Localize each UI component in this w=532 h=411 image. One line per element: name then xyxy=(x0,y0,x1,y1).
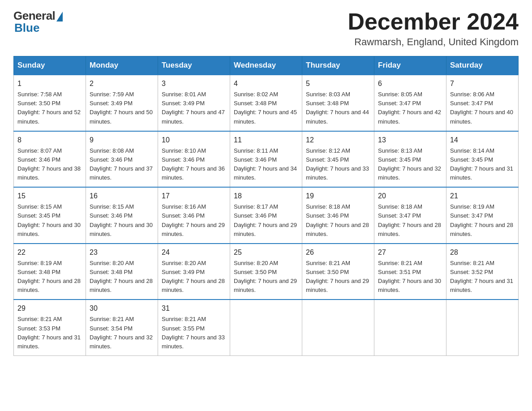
day-info: Sunrise: 8:18 AMSunset: 3:47 PMDaylight:… xyxy=(378,203,441,237)
day-info: Sunrise: 8:05 AMSunset: 3:47 PMDaylight:… xyxy=(378,91,441,124)
day-info: Sunrise: 8:20 AMSunset: 3:48 PMDaylight:… xyxy=(90,260,153,293)
calendar-day-cell: 3Sunrise: 8:01 AMSunset: 3:49 PMDaylight… xyxy=(158,75,230,131)
day-info: Sunrise: 8:20 AMSunset: 3:50 PMDaylight:… xyxy=(234,260,297,293)
day-number: 1 xyxy=(17,78,82,89)
day-number: 6 xyxy=(378,78,442,89)
logo: General Blue xyxy=(13,9,63,35)
calendar-day-cell: 21Sunrise: 8:19 AMSunset: 3:47 PMDayligh… xyxy=(446,187,519,244)
day-info: Sunrise: 8:20 AMSunset: 3:49 PMDaylight:… xyxy=(162,260,225,293)
calendar-day-cell: 19Sunrise: 8:18 AMSunset: 3:46 PMDayligh… xyxy=(302,187,374,244)
calendar-day-cell: 13Sunrise: 8:13 AMSunset: 3:45 PMDayligh… xyxy=(374,131,446,188)
day-info: Sunrise: 8:21 AMSunset: 3:54 PMDaylight:… xyxy=(90,316,153,349)
calendar-week-row: 15Sunrise: 8:15 AMSunset: 3:45 PMDayligh… xyxy=(14,187,519,244)
calendar-day-cell: 8Sunrise: 8:07 AMSunset: 3:46 PMDaylight… xyxy=(14,131,86,188)
day-info: Sunrise: 8:12 AMSunset: 3:45 PMDaylight:… xyxy=(306,147,369,181)
day-number: 17 xyxy=(162,191,226,201)
calendar-day-cell: 9Sunrise: 8:08 AMSunset: 3:46 PMDaylight… xyxy=(86,131,158,188)
page-header: General Blue December 2024 Rawmarsh, Eng… xyxy=(13,9,519,48)
calendar-day-cell: 25Sunrise: 8:20 AMSunset: 3:50 PMDayligh… xyxy=(230,244,302,300)
day-number: 25 xyxy=(234,247,298,258)
day-info: Sunrise: 8:15 AMSunset: 3:46 PMDaylight:… xyxy=(90,203,153,237)
day-info: Sunrise: 8:18 AMSunset: 3:46 PMDaylight:… xyxy=(306,203,369,237)
day-info: Sunrise: 8:19 AMSunset: 3:48 PMDaylight:… xyxy=(17,260,81,293)
day-number: 29 xyxy=(17,303,82,314)
calendar-week-row: 1Sunrise: 7:58 AMSunset: 3:50 PMDaylight… xyxy=(14,75,519,131)
calendar-day-cell: 1Sunrise: 7:58 AMSunset: 3:50 PMDaylight… xyxy=(14,75,86,131)
calendar-day-cell: 11Sunrise: 8:11 AMSunset: 3:46 PMDayligh… xyxy=(230,131,302,188)
calendar-day-cell: 29Sunrise: 8:21 AMSunset: 3:53 PMDayligh… xyxy=(14,300,86,355)
calendar-day-cell: 30Sunrise: 8:21 AMSunset: 3:54 PMDayligh… xyxy=(86,300,158,355)
calendar-header-row: SundayMondayTuesdayWednesdayThursdayFrid… xyxy=(14,56,519,75)
day-number: 3 xyxy=(162,78,226,89)
calendar-day-cell: 22Sunrise: 8:19 AMSunset: 3:48 PMDayligh… xyxy=(14,244,86,300)
day-number: 22 xyxy=(17,247,82,258)
calendar-empty-cell xyxy=(230,300,302,355)
day-info: Sunrise: 8:03 AMSunset: 3:48 PMDaylight:… xyxy=(306,91,369,124)
day-number: 11 xyxy=(234,135,298,146)
calendar-week-row: 29Sunrise: 8:21 AMSunset: 3:53 PMDayligh… xyxy=(14,300,519,355)
calendar-day-cell: 26Sunrise: 8:21 AMSunset: 3:50 PMDayligh… xyxy=(302,244,374,300)
day-info: Sunrise: 8:19 AMSunset: 3:47 PMDaylight:… xyxy=(450,203,513,237)
day-info: Sunrise: 8:21 AMSunset: 3:52 PMDaylight:… xyxy=(450,260,513,293)
day-number: 14 xyxy=(450,135,515,146)
col-header-wednesday: Wednesday xyxy=(230,56,302,75)
day-number: 8 xyxy=(17,135,82,146)
day-number: 13 xyxy=(378,135,442,146)
day-info: Sunrise: 8:14 AMSunset: 3:45 PMDaylight:… xyxy=(450,147,513,181)
day-number: 10 xyxy=(162,135,226,146)
day-info: Sunrise: 8:21 AMSunset: 3:53 PMDaylight:… xyxy=(17,316,81,349)
calendar-day-cell: 28Sunrise: 8:21 AMSunset: 3:52 PMDayligh… xyxy=(446,244,519,300)
day-number: 5 xyxy=(306,78,370,89)
calendar-day-cell: 2Sunrise: 7:59 AMSunset: 3:49 PMDaylight… xyxy=(86,75,158,131)
day-number: 28 xyxy=(450,247,515,258)
day-info: Sunrise: 8:17 AMSunset: 3:46 PMDaylight:… xyxy=(234,203,297,237)
calendar-day-cell: 17Sunrise: 8:16 AMSunset: 3:46 PMDayligh… xyxy=(158,187,230,244)
day-number: 23 xyxy=(90,247,154,258)
day-number: 2 xyxy=(90,78,154,89)
col-header-tuesday: Tuesday xyxy=(158,56,230,75)
calendar-week-row: 22Sunrise: 8:19 AMSunset: 3:48 PMDayligh… xyxy=(14,244,519,300)
calendar-day-cell: 6Sunrise: 8:05 AMSunset: 3:47 PMDaylight… xyxy=(374,75,446,131)
calendar-day-cell: 15Sunrise: 8:15 AMSunset: 3:45 PMDayligh… xyxy=(14,187,86,244)
title-section: December 2024 Rawmarsh, England, United … xyxy=(348,9,519,48)
calendar-day-cell: 20Sunrise: 8:18 AMSunset: 3:47 PMDayligh… xyxy=(374,187,446,244)
day-number: 30 xyxy=(90,303,154,314)
logo-triangle-icon xyxy=(56,12,63,21)
day-info: Sunrise: 8:13 AMSunset: 3:45 PMDaylight:… xyxy=(378,147,441,181)
day-info: Sunrise: 8:21 AMSunset: 3:55 PMDaylight:… xyxy=(162,316,225,349)
day-info: Sunrise: 8:21 AMSunset: 3:51 PMDaylight:… xyxy=(378,260,441,293)
day-number: 16 xyxy=(90,191,154,201)
day-info: Sunrise: 8:02 AMSunset: 3:48 PMDaylight:… xyxy=(234,91,297,124)
day-info: Sunrise: 8:07 AMSunset: 3:46 PMDaylight:… xyxy=(17,147,81,181)
day-number: 9 xyxy=(90,135,154,146)
calendar-day-cell: 4Sunrise: 8:02 AMSunset: 3:48 PMDaylight… xyxy=(230,75,302,131)
day-info: Sunrise: 8:01 AMSunset: 3:49 PMDaylight:… xyxy=(162,91,225,124)
calendar-day-cell: 27Sunrise: 8:21 AMSunset: 3:51 PMDayligh… xyxy=(374,244,446,300)
logo-blue-text: Blue xyxy=(14,21,39,35)
calendar-empty-cell xyxy=(374,300,446,355)
day-info: Sunrise: 7:59 AMSunset: 3:49 PMDaylight:… xyxy=(90,91,153,124)
day-number: 18 xyxy=(234,191,298,201)
day-info: Sunrise: 8:06 AMSunset: 3:47 PMDaylight:… xyxy=(450,91,513,124)
calendar-day-cell: 7Sunrise: 8:06 AMSunset: 3:47 PMDaylight… xyxy=(446,75,519,131)
calendar-day-cell: 10Sunrise: 8:10 AMSunset: 3:46 PMDayligh… xyxy=(158,131,230,188)
location-text: Rawmarsh, England, United Kingdom xyxy=(348,36,519,48)
day-number: 20 xyxy=(378,191,442,201)
day-number: 26 xyxy=(306,247,370,258)
calendar-day-cell: 18Sunrise: 8:17 AMSunset: 3:46 PMDayligh… xyxy=(230,187,302,244)
day-info: Sunrise: 8:08 AMSunset: 3:46 PMDaylight:… xyxy=(90,147,153,181)
calendar-empty-cell xyxy=(446,300,519,355)
day-number: 21 xyxy=(450,191,515,201)
calendar-day-cell: 24Sunrise: 8:20 AMSunset: 3:49 PMDayligh… xyxy=(158,244,230,300)
day-info: Sunrise: 8:21 AMSunset: 3:50 PMDaylight:… xyxy=(306,260,369,293)
day-number: 31 xyxy=(162,303,226,314)
calendar-day-cell: 12Sunrise: 8:12 AMSunset: 3:45 PMDayligh… xyxy=(302,131,374,188)
day-number: 24 xyxy=(162,247,226,258)
col-header-thursday: Thursday xyxy=(302,56,374,75)
col-header-friday: Friday xyxy=(374,56,446,75)
day-number: 27 xyxy=(378,247,442,258)
day-info: Sunrise: 7:58 AMSunset: 3:50 PMDaylight:… xyxy=(17,91,81,124)
day-number: 15 xyxy=(17,191,82,201)
col-header-monday: Monday xyxy=(86,56,158,75)
calendar-day-cell: 23Sunrise: 8:20 AMSunset: 3:48 PMDayligh… xyxy=(86,244,158,300)
